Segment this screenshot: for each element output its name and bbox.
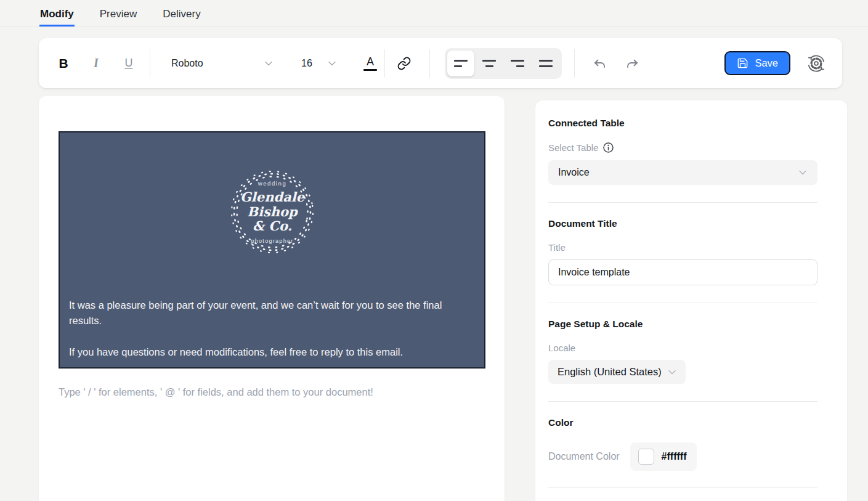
logo-name-line-2: Bishop — [247, 205, 298, 219]
tab-modify[interactable]: Modify — [39, 8, 75, 26]
page-setup-heading: Page Setup & Locale — [548, 319, 831, 330]
settings-sidebar: Connected Table Select Table Invoice Doc… — [535, 100, 847, 501]
info-icon[interactable] — [602, 142, 614, 153]
editor-placeholder-text[interactable]: Type ' / ' for elements, ' @ ' for field… — [59, 386, 480, 398]
text-color-button[interactable]: A — [359, 52, 381, 75]
align-right-button[interactable] — [504, 51, 531, 76]
redo-button[interactable] — [621, 52, 643, 75]
align-center-button[interactable] — [476, 51, 503, 76]
text-color-swatch — [363, 69, 377, 71]
document-color-picker[interactable]: #ffffff — [630, 442, 697, 471]
select-table-label: Select Table — [548, 142, 598, 153]
color-heading: Color — [548, 417, 831, 428]
logo-tagline-top: wedding — [258, 180, 287, 187]
email-paragraph: It was a pleasure being part of your eve… — [69, 298, 476, 328]
save-button[interactable]: Save — [724, 51, 790, 75]
align-right-icon — [511, 60, 524, 67]
undo-icon — [593, 57, 607, 70]
section-divider — [548, 401, 817, 402]
email-template-card[interactable]: wedding Glendale Bishop & Co. photograph… — [59, 131, 485, 369]
underline-button[interactable]: U — [118, 52, 140, 75]
top-tab-bar: Modify Preview Delivery — [0, 0, 868, 27]
title-label: Title — [548, 242, 566, 253]
select-table-dropdown[interactable]: Invoice — [548, 160, 817, 185]
brand-logo: wedding Glendale Bishop & Co. photograph… — [225, 165, 319, 259]
locale-value: English (United States) — [558, 366, 662, 378]
tab-preview[interactable]: Preview — [99, 8, 137, 26]
connected-table-heading: Connected Table — [548, 118, 831, 129]
toolbar-divider — [574, 49, 575, 78]
undo-button[interactable] — [588, 52, 610, 75]
select-table-value: Invoice — [558, 167, 590, 178]
font-family-value: Roboto — [171, 58, 203, 69]
toolbar-divider — [384, 49, 385, 78]
align-left-button[interactable] — [447, 51, 474, 76]
locale-dropdown[interactable]: English (United States) — [548, 360, 686, 384]
formatting-toolbar: B I U Roboto 16 A — [39, 38, 842, 88]
redo-icon — [625, 57, 639, 70]
color-swatch — [638, 449, 654, 465]
color-hex-value: #ffffff — [662, 451, 687, 462]
title-input[interactable] — [548, 259, 817, 285]
italic-button[interactable]: I — [85, 52, 107, 75]
chevron-down-icon — [264, 59, 274, 68]
font-family-select[interactable]: Roboto — [171, 58, 274, 69]
chevron-down-icon — [798, 168, 808, 177]
align-center-icon — [482, 60, 496, 67]
document-title-heading: Document Title — [548, 218, 831, 229]
logo-name-line-3: & Co. — [253, 219, 292, 234]
toolbar-divider — [429, 49, 430, 78]
insert-link-button[interactable] — [393, 52, 415, 75]
document-editor-panel: wedding Glendale Bishop & Co. photograph… — [39, 96, 505, 501]
link-icon — [397, 56, 412, 71]
font-size-value: 16 — [301, 58, 312, 69]
tab-delivery[interactable]: Delivery — [162, 8, 201, 26]
settings-button[interactable] — [804, 51, 829, 76]
email-paragraph: If you have questions or need modificati… — [69, 344, 476, 360]
document-color-label: Document Color — [548, 451, 620, 462]
chevron-down-icon — [327, 59, 337, 68]
email-body-text: It was a pleasure being part of your eve… — [69, 298, 476, 360]
toolbar-divider — [150, 49, 150, 78]
section-divider — [548, 487, 817, 488]
section-divider — [548, 202, 817, 203]
logo-tagline-bottom: photographer — [251, 238, 293, 244]
alignment-button-group — [445, 48, 562, 79]
logo-name-line-1: Glendale — [240, 190, 304, 205]
settings-sync-icon — [805, 52, 827, 75]
bold-button[interactable]: B — [52, 52, 75, 75]
align-justify-icon — [539, 60, 553, 67]
font-size-select[interactable]: 16 — [301, 58, 337, 69]
save-button-label: Save — [755, 57, 778, 69]
save-icon — [737, 57, 748, 69]
align-justify-button[interactable] — [532, 51, 559, 76]
chevron-down-icon — [667, 367, 677, 377]
section-divider — [548, 303, 817, 303]
text-color-label: A — [367, 56, 374, 67]
align-left-icon — [454, 60, 468, 67]
locale-label: Locale — [548, 343, 575, 353]
